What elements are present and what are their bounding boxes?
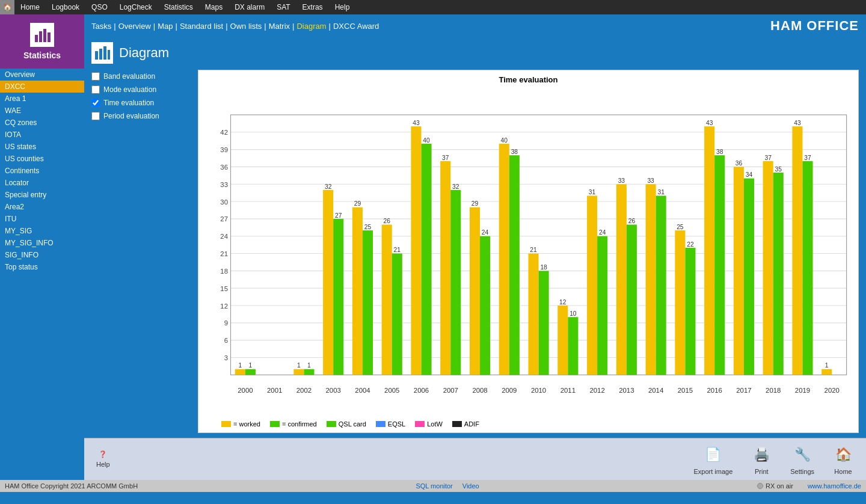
svg-rect-55 — [363, 230, 373, 375]
sidebar-item-mysig[interactable]: MY_SIG — [0, 225, 84, 237]
svg-text:1: 1 — [249, 362, 253, 369]
svg-text:1: 1 — [825, 362, 829, 369]
video-link[interactable]: Video — [462, 482, 479, 490]
menu-dxalarm[interactable]: DX alarm — [229, 0, 271, 14]
svg-rect-4 — [95, 51, 98, 60]
svg-text:35: 35 — [775, 166, 782, 173]
svg-text:2011: 2011 — [560, 387, 576, 394]
sidebar-item-area1[interactable]: Area 1 — [0, 93, 84, 105]
svg-rect-80 — [509, 155, 520, 375]
top-menubar: 🏠 Home Logbook QSO LogCheck Statistics M… — [0, 0, 866, 14]
rx-dot — [757, 483, 763, 489]
website-link[interactable]: www.hamoffice.de — [808, 482, 861, 490]
menu-logbook[interactable]: Logbook — [46, 0, 85, 14]
svg-text:2020: 2020 — [825, 387, 840, 394]
settings-icon: 🔧 — [791, 444, 813, 466]
svg-text:2002: 2002 — [296, 387, 312, 394]
sidebar-item-topstatus[interactable]: Top status — [0, 261, 84, 273]
svg-text:22: 22 — [687, 241, 694, 248]
sidebar-item-siginfo[interactable]: SIG_INFO — [0, 249, 84, 261]
svg-text:2007: 2007 — [443, 387, 458, 394]
svg-text:1: 1 — [297, 362, 301, 369]
sidebar-item-wae[interactable]: WAE — [0, 105, 84, 117]
sidebar-item-overview[interactable]: Overview — [0, 69, 84, 81]
tab-standard-list[interactable]: Standard list — [180, 22, 223, 31]
legend-confirmed-label: = confirmed — [282, 420, 317, 428]
sql-monitor-link[interactable]: SQL monitor — [416, 482, 452, 490]
sidebar-item-iota[interactable]: IOTA — [0, 129, 84, 141]
tab-diagram[interactable]: Diagram — [296, 22, 326, 31]
menu-extras[interactable]: Extras — [296, 0, 329, 14]
sidebar-item-cqzones[interactable]: CQ zones — [0, 117, 84, 129]
svg-rect-103 — [646, 184, 656, 375]
sidebar-item-itu[interactable]: ITU — [0, 213, 84, 225]
sidebar-item-area2[interactable]: Area2 — [0, 201, 84, 213]
option-period-evaluation[interactable]: Period evaluation — [91, 112, 191, 120]
help-label: Help — [96, 461, 110, 468]
menu-qso[interactable]: QSO — [85, 0, 114, 14]
svg-text:25: 25 — [677, 224, 684, 230]
legend-adif-color — [452, 421, 462, 427]
menu-help[interactable]: Help — [329, 0, 356, 14]
tab-dxcc-award[interactable]: DXCC Award — [333, 22, 379, 31]
sidebar-item-specialentry[interactable]: Special entry — [0, 189, 84, 201]
svg-rect-130 — [802, 161, 812, 375]
menu-home[interactable]: Home — [14, 0, 46, 14]
svg-rect-128 — [792, 126, 802, 375]
help-button[interactable]: ❓ Help — [96, 450, 110, 468]
svg-rect-45 — [304, 369, 314, 375]
svg-rect-37 — [235, 369, 245, 375]
svg-text:31: 31 — [657, 189, 665, 195]
checkbox-time-evaluation[interactable] — [91, 99, 100, 107]
tab-map[interactable]: Map — [158, 22, 173, 31]
copyright-text: HAM Office Copyright 2021 ARCOMM GmbH — [5, 482, 138, 490]
tab-matrix[interactable]: Matrix — [269, 22, 290, 31]
page-header: Diagram — [91, 42, 859, 64]
main-layout: Statistics Overview DXCC Area 1 WAE CQ z… — [0, 14, 866, 480]
checkbox-band-evaluation[interactable] — [91, 72, 100, 81]
svg-rect-88 — [557, 306, 568, 375]
svg-rect-68 — [440, 161, 450, 375]
sidebar-item-locator[interactable]: Locator — [0, 177, 84, 189]
checkbox-mode-evaluation[interactable] — [91, 85, 100, 94]
menu-maps[interactable]: Maps — [199, 0, 229, 14]
svg-text:37: 37 — [764, 155, 772, 161]
svg-text:2015: 2015 — [678, 387, 693, 394]
checkbox-period-evaluation[interactable] — [91, 112, 100, 120]
sidebar-item-usstates[interactable]: US states — [0, 141, 84, 153]
sidebar-item-dxcc[interactable]: DXCC — [0, 81, 84, 93]
svg-text:21: 21 — [394, 247, 401, 253]
home-button[interactable]: 🏠 Home — [832, 444, 854, 475]
legend-qsl-color — [327, 421, 336, 427]
svg-text:18: 18 — [540, 264, 547, 271]
option-time-evaluation[interactable]: Time evaluation — [91, 99, 191, 107]
menu-logcheck[interactable]: LogCheck — [114, 0, 158, 14]
settings-button[interactable]: 🔧 Settings — [790, 444, 814, 475]
sidebar-item-continents[interactable]: Continents — [0, 165, 84, 177]
nav-tabs: Tasks | Overview | Map | Standard list |… — [84, 14, 866, 37]
tab-tasks[interactable]: Tasks — [91, 22, 111, 31]
tab-overview[interactable]: Overview — [118, 22, 151, 31]
menu-statistics[interactable]: Statistics — [158, 0, 199, 14]
legend-lotw: LotW — [415, 420, 443, 428]
options-panel: Band evaluation Mode evaluation Time eva… — [91, 70, 191, 433]
svg-rect-93 — [587, 195, 597, 375]
svg-text:2018: 2018 — [766, 387, 781, 394]
svg-text:2003: 2003 — [326, 387, 341, 394]
legend-worked: = worked — [221, 420, 260, 428]
svg-rect-70 — [450, 190, 461, 375]
export-label: Export image — [693, 468, 732, 475]
legend-confirmed: = confirmed — [270, 420, 317, 428]
export-image-button[interactable]: 📄 Export image — [693, 444, 732, 475]
print-button[interactable]: 🖨️ Print — [751, 444, 772, 475]
option-mode-evaluation[interactable]: Mode evaluation — [91, 85, 191, 94]
sidebar-item-mysiginfo[interactable]: MY_SIG_INFO — [0, 237, 84, 249]
rx-indicator: RX on air www.hamoffice.de — [757, 482, 861, 490]
tab-own-lists[interactable]: Own lists — [230, 22, 262, 31]
svg-text:3: 3 — [224, 354, 228, 361]
menu-sat[interactable]: SAT — [271, 0, 296, 14]
svg-text:32: 32 — [325, 183, 332, 190]
option-band-evaluation[interactable]: Band evaluation — [91, 72, 191, 81]
svg-rect-113 — [704, 126, 714, 375]
sidebar-item-uscounties[interactable]: US counties — [0, 153, 84, 165]
